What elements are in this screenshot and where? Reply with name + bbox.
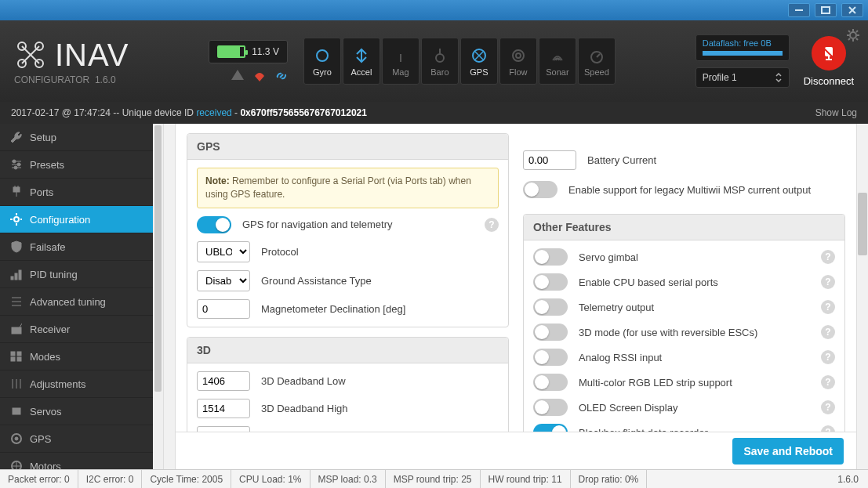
battery-voltage: 11.3 V xyxy=(252,46,279,57)
battery-indicator: 11.3 V xyxy=(209,40,288,63)
sidebar-item-ports[interactable]: Ports xyxy=(0,179,153,206)
legacy-msp-toggle[interactable] xyxy=(523,181,557,198)
save-and-reboot-button[interactable]: Save and Reboot xyxy=(732,438,844,465)
sidebar-item-receiver[interactable]: Receiver xyxy=(0,316,153,343)
svg-point-43 xyxy=(14,217,19,222)
window-maximize-button[interactable] xyxy=(815,3,837,17)
svg-point-17 xyxy=(516,53,521,58)
help-icon[interactable]: ? xyxy=(821,350,835,364)
feature-toggle-analog-rssi-input[interactable] xyxy=(533,349,568,366)
battery-current-label: Battery Current xyxy=(587,154,656,166)
status-line: 2017-02-17 @ 17:47:24 -- Unique device I… xyxy=(0,102,868,124)
feature-toggle-servo-gimbal[interactable] xyxy=(533,248,568,266)
sidebar-item-configuration[interactable]: Configuration xyxy=(0,206,153,233)
window-titlebar xyxy=(0,0,868,20)
gps-ground-label: Ground Assistance Type xyxy=(261,275,499,287)
svg-rect-56 xyxy=(11,352,15,356)
footer-version: 1.6.0 xyxy=(830,470,868,488)
app-header: INAV CONFIGURATOR 1.6.0 11.3 V GyroAccel… xyxy=(0,20,868,102)
tuning2-icon xyxy=(9,295,22,308)
feature-toggle-oled-screen-display[interactable] xyxy=(533,399,568,416)
sensor-gyro: Gyro xyxy=(303,38,341,85)
window-close-button[interactable] xyxy=(841,3,863,17)
gps-mag-label: Magnetometer Declination [deg] xyxy=(261,303,499,315)
disconnect-button[interactable] xyxy=(812,36,846,70)
help-icon[interactable]: ? xyxy=(821,300,835,314)
gear-icon xyxy=(9,213,22,226)
help-icon[interactable]: ? xyxy=(821,400,835,414)
window-minimize-button[interactable] xyxy=(788,3,810,17)
feature-toggle-telemetry-output[interactable] xyxy=(533,298,568,316)
sidebar-item-advanced-tuning[interactable]: Advanced tuning xyxy=(0,288,153,316)
svg-rect-59 xyxy=(17,357,21,361)
wrench-icon xyxy=(9,131,22,143)
help-icon[interactable]: ? xyxy=(485,218,499,232)
sidebar-item-pid-tuning[interactable]: PID tuning xyxy=(0,261,153,288)
help-icon[interactable]: ? xyxy=(821,325,835,339)
feature-toggle-enable-cpu-based-serial-ports[interactable] xyxy=(533,273,568,291)
logo-text: INAV xyxy=(55,38,129,73)
content-scrollbar[interactable] xyxy=(858,193,867,255)
sidebar-item-failsafe[interactable]: Failsafe xyxy=(0,233,153,261)
sensor-sonar: Sonar xyxy=(539,38,576,85)
sidebar-item-gps[interactable]: GPS xyxy=(0,425,153,453)
dataflash-label: Dataflash: free 0B xyxy=(703,38,783,48)
adjust-icon xyxy=(9,378,22,390)
svg-point-24 xyxy=(850,32,856,38)
modes-icon xyxy=(9,350,22,363)
3d-3d-deadband-low-input[interactable] xyxy=(197,371,250,391)
svg-line-32 xyxy=(848,38,850,40)
plug-icon xyxy=(9,186,22,198)
gps-mag-declination-input[interactable] xyxy=(197,299,250,319)
gps-protocol-select[interactable]: UBLOX xyxy=(197,241,250,262)
gps-enable-label: GPS for navigation and telemetry xyxy=(242,219,474,230)
settings-gear-icon[interactable] xyxy=(846,28,860,45)
profile-select[interactable]: Profile 1 xyxy=(695,67,790,88)
sat-icon xyxy=(9,432,22,445)
sliders-icon xyxy=(9,158,22,171)
feature-toggle-3d-mode-for-use-with-reversible-escs-[interactable] xyxy=(533,324,568,341)
svg-rect-39 xyxy=(13,187,20,192)
svg-rect-48 xyxy=(11,277,13,280)
help-icon[interactable]: ? xyxy=(821,375,835,389)
motor-icon xyxy=(9,460,22,469)
svg-point-37 xyxy=(17,163,20,166)
3d-3d-deadband-high-input[interactable] xyxy=(197,399,250,418)
svg-line-30 xyxy=(856,38,858,40)
configurator-label: CONFIGURATOR 1.6.0 xyxy=(14,74,129,85)
svg-rect-58 xyxy=(11,357,15,361)
sidebar-item-presets[interactable]: Presets xyxy=(0,151,153,179)
inav-logo-icon xyxy=(14,38,47,71)
svg-point-38 xyxy=(14,166,17,169)
gps-panel-title: GPS xyxy=(187,134,508,160)
other-features-panel: Other Features Servo gimbal?Enable CPU b… xyxy=(523,214,845,450)
gps-ground-assistance-select[interactable]: Disable xyxy=(197,270,250,291)
gps-protocol-label: Protocol xyxy=(261,246,499,258)
disconnect-label: Disconnect xyxy=(804,75,854,87)
sidebar-item-modes[interactable]: Modes xyxy=(0,343,153,371)
help-icon[interactable]: ? xyxy=(821,275,835,289)
sidebar: SetupPresetsPortsConfigurationFailsafePI… xyxy=(0,124,153,469)
legacy-msp-label: Enable support for legacy Multiwii MSP c… xyxy=(568,184,845,196)
help-icon[interactable]: ? xyxy=(821,250,835,264)
svg-point-65 xyxy=(15,437,18,440)
svg-point-11 xyxy=(321,54,324,57)
sensor-speed: Speed xyxy=(578,38,616,85)
sidebar-item-setup[interactable]: Setup xyxy=(0,124,153,151)
svg-line-19 xyxy=(597,54,600,57)
svg-point-36 xyxy=(13,160,16,163)
sidebar-item-adjustments[interactable]: Adjustments xyxy=(0,371,153,398)
show-log-link[interactable]: Show Log xyxy=(815,107,857,118)
shield-icon xyxy=(9,240,22,253)
battery-current-input[interactable] xyxy=(523,150,576,170)
dataflash-indicator[interactable]: Dataflash: free 0B xyxy=(695,34,790,61)
svg-rect-49 xyxy=(15,273,17,280)
gps-panel: GPS Note: Remember to configure a Serial… xyxy=(187,133,509,327)
sidebar-item-motors[interactable]: Motors xyxy=(0,453,153,469)
sidebar-item-servos[interactable]: Servos xyxy=(0,398,153,425)
svg-rect-1 xyxy=(822,7,830,13)
feature-toggle-multi-color-rgb-led-strip-support[interactable] xyxy=(533,374,568,391)
sensor-flow: Flow xyxy=(499,38,537,85)
gps-enable-toggle[interactable] xyxy=(197,216,231,233)
sidebar-scrollbar[interactable] xyxy=(153,124,164,469)
